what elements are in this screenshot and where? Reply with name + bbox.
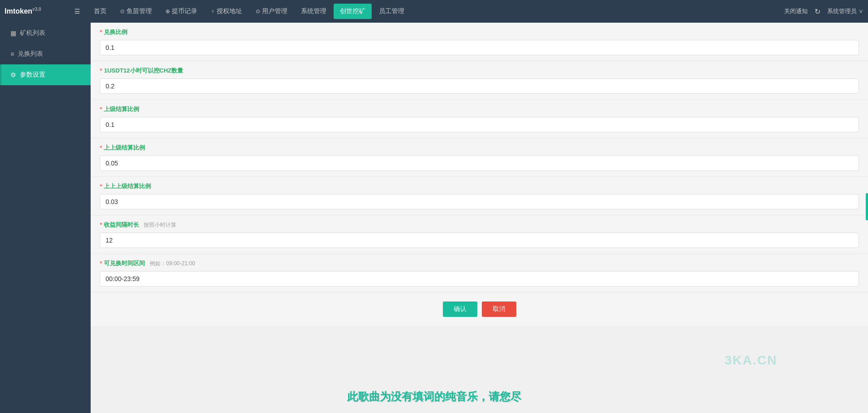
field-upper-upper-settlement: * 上上级结算比例 — [91, 138, 868, 177]
top-nav: Imtokenv3.0 ☰ 首页 ⊙ 鱼苗管理 ⊕ 提币记录 ♀ 授权地址 ⊙ … — [0, 0, 868, 23]
sidebar: ▦ 矿机列表 ≡ 兑换列表 ⚙ 参数设置 — [0, 23, 91, 413]
field-usdt-chz: * 1USDT12小时可以挖CHZ数量 — [91, 61, 868, 100]
field-label-exchange-ratio: 兑换比例 — [104, 28, 127, 36]
field-upper-settlement: * 上级结算比例 — [91, 100, 868, 138]
refresh-button[interactable]: ↻ — [815, 7, 820, 16]
required-star-2: * — [100, 67, 102, 74]
sidebar-item-params[interactable]: ⚙ 参数设置 — [0, 64, 91, 85]
input-upper-upper-settlement[interactable] — [100, 155, 859, 171]
sidebar-item-exchange-list[interactable]: ≡ 兑换列表 — [0, 44, 91, 64]
admin-menu[interactable]: 系统管理员 ∨ — [827, 7, 863, 15]
nav-auth[interactable]: ♀ 授权地址 — [204, 4, 248, 19]
required-star-4: * — [100, 144, 102, 151]
field-exchange-time: * 可兑换时间区间 例如：09:00-21:00 — [91, 254, 868, 292]
input-income-interval[interactable] — [100, 233, 859, 248]
sidebar-item-params-label: 参数设置 — [20, 71, 45, 79]
nav-items: ☰ 首页 ⊙ 鱼苗管理 ⊕ 提币记录 ♀ 授权地址 ⊙ 用户管理 系统管理 创世… — [68, 4, 784, 19]
app-logo: Imtokenv3.0 — [5, 7, 59, 15]
input-exchange-time[interactable] — [100, 271, 859, 287]
exchange-time-hint: 例如：09:00-21:00 — [150, 260, 195, 267]
nav-right: 关闭通知 ↻ 系统管理员 ∨ — [784, 7, 863, 16]
nav-withdraw[interactable]: ⊕ 提币记录 — [159, 4, 204, 19]
sidebar-item-exchange-label: 兑换列表 — [18, 50, 43, 58]
scroll-indicator — [866, 193, 868, 220]
field-label-upper-upper-settlement: 上上级结算比例 — [104, 144, 145, 152]
required-star-6: * — [100, 221, 102, 228]
miner-list-icon: ▦ — [10, 29, 16, 37]
layout: ▦ 矿机列表 ≡ 兑换列表 ⚙ 参数设置 * 兑换比例 — [0, 23, 868, 413]
form-area: * 兑换比例 * 1USDT12小时可以挖CHZ数量 * 上级结算比例 — [91, 23, 868, 326]
button-area: 确认 取消 — [91, 292, 868, 326]
input-usdt-chz[interactable] — [100, 78, 859, 94]
sidebar-item-miner-list[interactable]: ▦ 矿机列表 — [0, 23, 91, 44]
params-icon: ⚙ — [10, 71, 16, 78]
nav-home[interactable]: 首页 — [87, 4, 113, 19]
input-three-level-settlement[interactable] — [100, 194, 859, 209]
required-star-3: * — [100, 106, 102, 113]
confirm-button[interactable]: 确认 — [443, 301, 477, 317]
nav-system[interactable]: 系统管理 — [295, 4, 333, 19]
nav-mining[interactable]: 创世挖矿 — [334, 4, 372, 19]
field-label-usdt-chz: 1USDT12小时可以挖CHZ数量 — [104, 67, 183, 75]
required-star-7: * — [100, 260, 102, 267]
input-upper-settlement[interactable] — [100, 117, 859, 132]
field-income-interval: * 收益间隔时长 按照小时计算 — [91, 215, 868, 254]
field-label-three-level: 上上上级结算比例 — [104, 182, 151, 190]
nav-staff[interactable]: 员工管理 — [373, 4, 411, 19]
main-content: * 兑换比例 * 1USDT12小时可以挖CHZ数量 * 上级结算比例 — [91, 23, 868, 413]
field-three-level-settlement: * 上上上级结算比例 — [91, 177, 868, 215]
field-label-exchange-time: 可兑换时间区间 — [104, 259, 145, 267]
exchange-list-icon: ≡ — [10, 50, 14, 58]
nav-fish[interactable]: ⊙ 鱼苗管理 — [114, 4, 158, 19]
cancel-button[interactable]: 取消 — [482, 301, 516, 317]
field-label-upper-settlement: 上级结算比例 — [104, 105, 139, 113]
required-star-5: * — [100, 183, 102, 190]
nav-users[interactable]: ⊙ 用户管理 — [249, 4, 294, 19]
field-label-income-interval: 收益间隔时长 — [104, 221, 139, 229]
field-exchange-ratio: * 兑换比例 — [91, 23, 868, 61]
sidebar-item-miner-label: 矿机列表 — [20, 29, 45, 37]
input-exchange-ratio[interactable] — [100, 40, 859, 55]
income-interval-hint: 按照小时计算 — [144, 221, 176, 229]
close-notice-button[interactable]: 关闭通知 — [784, 7, 808, 15]
required-star-1: * — [100, 29, 102, 36]
nav-menu-icon[interactable]: ☰ — [68, 4, 87, 19]
